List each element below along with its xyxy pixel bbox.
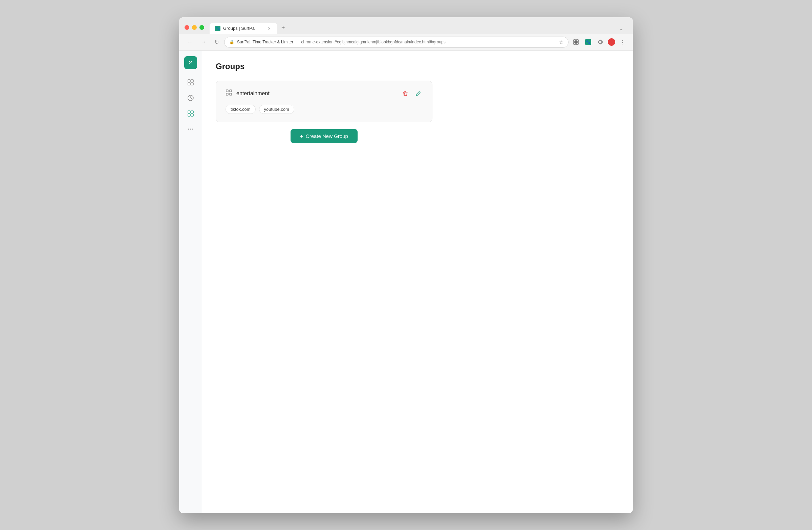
title-bar: 🐾 Groups | SurfPal × + ⌄ (179, 17, 633, 34)
group-actions (401, 89, 423, 98)
forward-button[interactable]: → (198, 38, 209, 46)
address-bar[interactable]: 🔒 SurfPal: Time Tracker & Limiter │ chro… (224, 37, 568, 48)
surfpal-extension-icon[interactable]: 🐾 (583, 37, 593, 47)
sidebar-item-dashboard[interactable] (184, 76, 197, 89)
sidebar-item-groups[interactable] (184, 107, 197, 120)
delete-group-button[interactable] (401, 89, 410, 98)
svg-rect-8 (191, 83, 193, 85)
address-security-icon: 🔒 (229, 40, 234, 44)
sidebar (179, 51, 202, 513)
group-tags: tiktok.com youtube.com (226, 105, 423, 114)
group-card: entertainment (216, 81, 432, 122)
svg-rect-2 (574, 42, 576, 44)
new-tab-button[interactable]: + (277, 22, 289, 34)
svg-rect-7 (188, 83, 190, 85)
svg-rect-11 (191, 111, 193, 113)
svg-rect-13 (191, 114, 193, 116)
page-content: Groups entertainment (202, 51, 633, 513)
maximize-button[interactable] (200, 25, 204, 30)
svg-rect-3 (576, 42, 578, 44)
address-url: chrome-extension://egibjhmcalglgmnlenmjf… (301, 40, 556, 44)
page-title: Groups (216, 62, 619, 71)
svg-rect-12 (188, 114, 190, 116)
tab-bar: 🐾 Groups | SurfPal × + ⌄ (209, 22, 627, 34)
traffic-lights (185, 25, 204, 30)
reload-button[interactable]: ↻ (212, 38, 221, 47)
tab-title: Groups | SurfPal (223, 26, 264, 31)
site-label: SurfPal: Time Tracker & Limiter (237, 40, 293, 44)
svg-point-14 (188, 128, 189, 129)
svg-rect-1 (576, 40, 578, 42)
create-label: Create New Group (306, 133, 348, 139)
create-button-container: + Create New Group (216, 129, 432, 143)
group-grid-icon (226, 89, 232, 98)
puzzle-extension-icon[interactable] (596, 37, 605, 47)
active-tab[interactable]: 🐾 Groups | SurfPal × (209, 23, 277, 34)
tab-close-button[interactable]: × (266, 26, 272, 31)
record-button[interactable] (608, 38, 615, 46)
svg-rect-20 (230, 93, 232, 95)
svg-rect-5 (188, 80, 190, 82)
menu-button[interactable]: ⋮ (618, 37, 627, 47)
back-button[interactable]: ← (185, 38, 195, 46)
svg-point-15 (190, 128, 191, 129)
svg-point-16 (192, 128, 193, 129)
sidebar-item-more[interactable] (184, 123, 197, 136)
app-container: Groups entertainment (179, 51, 633, 513)
extensions-icon[interactable] (571, 37, 581, 47)
svg-rect-17 (226, 90, 228, 92)
create-new-group-button[interactable]: + Create New Group (291, 129, 358, 143)
sidebar-logo[interactable] (184, 56, 197, 69)
minimize-button[interactable] (192, 25, 197, 30)
svg-rect-18 (230, 90, 232, 92)
nav-bar: ← → ↻ 🔒 SurfPal: Time Tracker & Limiter … (179, 34, 633, 51)
tab-favicon: 🐾 (215, 26, 220, 31)
svg-rect-6 (191, 80, 193, 82)
tag-youtube: youtube.com (259, 105, 294, 114)
group-header: entertainment (226, 89, 423, 98)
tag-tiktok: tiktok.com (226, 105, 256, 114)
bookmark-button[interactable]: ☆ (559, 39, 564, 45)
close-button[interactable] (185, 25, 189, 30)
create-icon: + (300, 133, 303, 139)
svg-rect-0 (574, 40, 576, 42)
nav-right-icons: 🐾 ⋮ (571, 37, 627, 47)
group-title-row: entertainment (226, 89, 270, 98)
sidebar-item-history[interactable] (184, 92, 197, 104)
svg-rect-10 (188, 111, 190, 113)
svg-rect-19 (226, 93, 228, 95)
address-separator: │ (296, 40, 299, 44)
group-name: entertainment (236, 90, 270, 97)
tab-dropdown-button[interactable]: ⌄ (615, 23, 627, 34)
edit-group-button[interactable] (414, 89, 423, 98)
